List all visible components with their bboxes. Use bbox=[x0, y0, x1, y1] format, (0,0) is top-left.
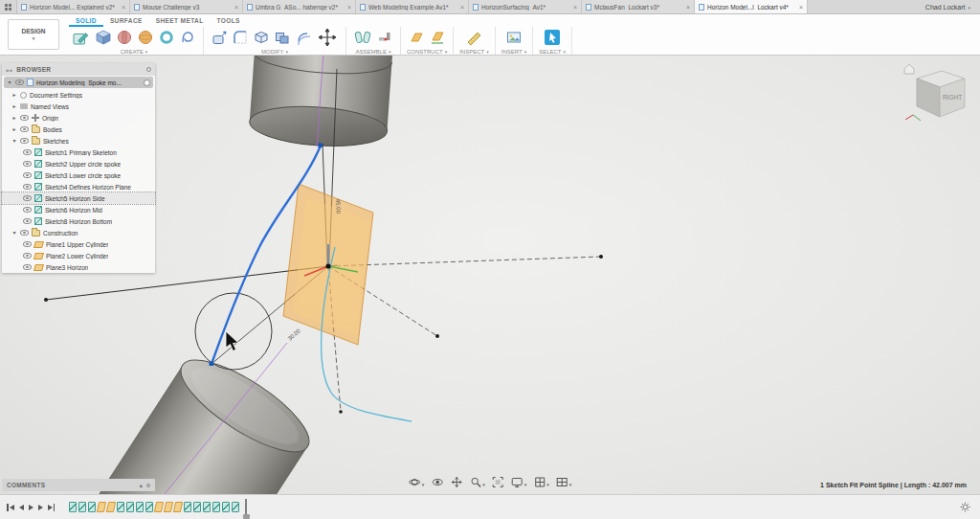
sketch-point[interactable] bbox=[599, 255, 603, 259]
combine-button[interactable] bbox=[273, 29, 292, 46]
sketch-point[interactable] bbox=[44, 298, 48, 302]
display-settings-button[interactable] bbox=[511, 473, 527, 490]
group-select-label[interactable]: SELECT bbox=[539, 49, 561, 55]
visibility-eye-icon[interactable] bbox=[20, 138, 29, 144]
comments-options-icon[interactable] bbox=[146, 484, 150, 487]
timeline-feature-sketch-icon[interactable] bbox=[88, 502, 96, 512]
fit-button[interactable] bbox=[492, 476, 504, 488]
browser-item-document-settings[interactable]: Document Settings bbox=[2, 89, 155, 101]
expand-caret-icon[interactable] bbox=[7, 79, 12, 85]
upper-cylinder-body[interactable] bbox=[248, 56, 392, 151]
browser-item-sketch[interactable]: Sketch1 Primary Skeleton bbox=[2, 147, 155, 158]
timeline-feature-sketch-icon[interactable] bbox=[145, 502, 153, 512]
browser-item-construction[interactable]: Construction bbox=[2, 227, 155, 238]
browser-item-sketch[interactable]: Sketch2 Upper circle spoke bbox=[2, 158, 155, 169]
group-inspect-label[interactable]: INSPECT bbox=[459, 49, 484, 55]
play-button[interactable] bbox=[29, 505, 33, 510]
visibility-eye-icon[interactable] bbox=[23, 172, 32, 178]
sketch-point[interactable] bbox=[435, 334, 439, 338]
viewport-canvas[interactable]: 45.00 30.00 bbox=[0, 56, 980, 494]
group-insert-label[interactable]: INSERT bbox=[501, 49, 523, 55]
timeline-feature-sketch-icon[interactable] bbox=[203, 502, 211, 512]
document-tab[interactable]: Horizon Model... Explained v2* bbox=[17, 0, 130, 13]
browser-item-plane[interactable]: Plane3 Horizon bbox=[2, 261, 155, 273]
tab-close-icon[interactable] bbox=[460, 4, 464, 11]
tab-close-icon[interactable] bbox=[573, 4, 577, 11]
sketch-origin-point[interactable] bbox=[325, 263, 330, 268]
tab-surface[interactable]: SURFACE bbox=[103, 14, 149, 27]
timeline-feature-sketch-icon[interactable] bbox=[193, 502, 201, 512]
document-tab[interactable]: Web Modeling Example Av1* bbox=[356, 0, 469, 13]
measure-button[interactable] bbox=[464, 29, 483, 46]
expand-caret-icon[interactable] bbox=[11, 92, 17, 98]
collapse-panel-icon[interactable] bbox=[6, 66, 12, 73]
group-construct-label[interactable]: CONSTRUCT bbox=[407, 49, 443, 55]
lower-cylinder-body[interactable] bbox=[49, 345, 321, 494]
viewports-button[interactable] bbox=[556, 473, 572, 490]
timeline-feature-plane-icon[interactable] bbox=[164, 502, 173, 512]
tab-close-icon[interactable] bbox=[347, 4, 351, 11]
browser-item-root[interactable]: Horizon Modeling_Spoke mo... bbox=[4, 77, 153, 88]
visibility-eye-icon[interactable] bbox=[20, 126, 29, 132]
sketch-point[interactable] bbox=[339, 410, 343, 414]
timeline-feature-plane-icon[interactable] bbox=[154, 502, 164, 512]
browser-item-sketches[interactable]: Sketches bbox=[2, 135, 155, 147]
visibility-eye-icon[interactable] bbox=[23, 149, 32, 155]
move-copy-button[interactable] bbox=[315, 26, 340, 49]
viewcube[interactable]: RIGHT bbox=[902, 59, 972, 124]
sphere-button[interactable] bbox=[136, 29, 155, 46]
shell-button[interactable] bbox=[252, 29, 271, 46]
grid-display-button[interactable] bbox=[533, 473, 549, 490]
browser-item-sketch[interactable]: Sketch3 Lower circle spoke bbox=[2, 169, 155, 181]
step-forward-button[interactable] bbox=[38, 505, 43, 510]
revolve-button[interactable] bbox=[115, 29, 134, 46]
expand-caret-icon[interactable] bbox=[11, 138, 17, 144]
go-to-start-button[interactable] bbox=[7, 504, 14, 511]
comments-bar[interactable]: COMMENTS bbox=[2, 479, 155, 491]
tab-tools[interactable]: TOOLS bbox=[211, 14, 247, 27]
browser-item-named-views[interactable]: Named Views bbox=[2, 101, 155, 112]
document-tab[interactable]: MclausFan_Lockart v3* bbox=[582, 0, 695, 13]
timeline-feature-sketch-icon[interactable] bbox=[78, 502, 86, 512]
go-to-end-button[interactable] bbox=[48, 504, 56, 511]
timeline-feature-sketch-icon[interactable] bbox=[184, 502, 191, 512]
visibility-eye-icon[interactable] bbox=[23, 218, 32, 224]
joint-button[interactable] bbox=[375, 29, 394, 46]
timeline-feature-sketch-icon[interactable] bbox=[126, 502, 134, 512]
visibility-eye-icon[interactable] bbox=[20, 115, 29, 121]
spline-endpoint[interactable] bbox=[210, 362, 214, 367]
zoom-button[interactable] bbox=[469, 473, 485, 490]
expand-caret-icon[interactable] bbox=[11, 103, 17, 109]
tab-close-icon[interactable] bbox=[122, 4, 125, 11]
expand-caret-icon[interactable] bbox=[11, 230, 17, 236]
workspace-selector[interactable]: DESIGN bbox=[8, 19, 59, 50]
tab-close-icon[interactable] bbox=[234, 4, 238, 11]
visibility-eye-icon[interactable] bbox=[23, 161, 32, 167]
look-at-button[interactable] bbox=[431, 476, 443, 488]
torus-button[interactable] bbox=[157, 29, 176, 46]
create-sketch-button[interactable] bbox=[71, 28, 92, 47]
expand-caret-icon[interactable] bbox=[11, 115, 17, 121]
timeline-feature-sketch-icon[interactable] bbox=[69, 502, 77, 512]
timeline-feature-sketch-icon[interactable] bbox=[117, 502, 124, 512]
visibility-eye-icon[interactable] bbox=[20, 230, 29, 236]
activate-component-radio[interactable] bbox=[144, 79, 150, 86]
visibility-eye-icon[interactable] bbox=[23, 195, 32, 201]
browser-item-sketch[interactable]: Sketch8 Horizon Bottom bbox=[2, 215, 155, 227]
browser-item-origin[interactable]: Origin bbox=[2, 112, 155, 124]
timeline-feature-plane-icon[interactable] bbox=[173, 502, 183, 512]
visibility-eye-icon[interactable] bbox=[23, 253, 32, 259]
pan-button[interactable] bbox=[450, 476, 462, 488]
fillet-button[interactable] bbox=[231, 29, 250, 46]
select-button[interactable] bbox=[542, 28, 563, 47]
browser-item-sketch[interactable]: Sketch6 Horizon Mid bbox=[2, 204, 155, 215]
timeline-feature-sketch-icon[interactable] bbox=[136, 502, 144, 512]
timeline-settings-button[interactable] bbox=[960, 502, 970, 512]
step-back-button[interactable] bbox=[19, 505, 24, 510]
browser-item-bodies[interactable]: Bodies bbox=[2, 124, 155, 135]
data-panel-toggle[interactable] bbox=[0, 0, 17, 13]
tab-close-icon[interactable] bbox=[799, 4, 803, 11]
document-tab[interactable]: Mouse Challenge v3 bbox=[130, 0, 243, 13]
timeline-feature-sketch-icon[interactable] bbox=[232, 502, 239, 512]
group-modify-label[interactable]: MODIFY bbox=[261, 49, 283, 55]
